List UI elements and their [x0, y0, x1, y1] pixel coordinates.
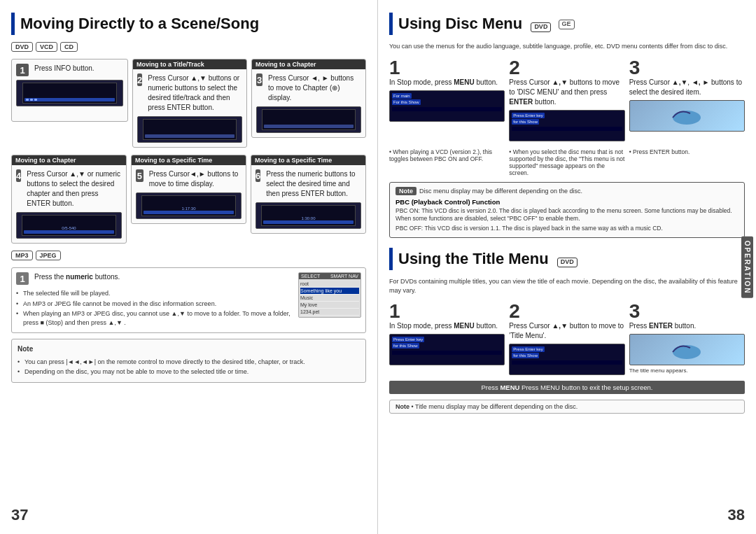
mp3-text-area: 1 Press the numeric buttons. The selecte…: [16, 272, 293, 328]
disc-step2-img: Press Enter key for this Show: [509, 110, 624, 141]
step6-header: Moving to a Specific Time: [251, 155, 365, 165]
right-dvd-badge: DVD: [531, 22, 551, 32]
title-step1-text: In Stop mode, press MENU button.: [389, 321, 505, 331]
disc-step3-text: Press Cursor ▲,▼, ◄, ► buttons to select…: [629, 78, 745, 97]
mp3-box: 1 Press the numeric buttons. The selecte…: [11, 267, 366, 333]
disc-step1-text: In Stop mode, press MENU button.: [389, 78, 505, 87]
pbc-on-text: PBC ON: This VCD disc is version 2.0. Th…: [396, 207, 738, 224]
note-label-bottom: Note: [396, 403, 410, 410]
title-menu-dvd-badge: DVD: [557, 258, 578, 267]
disc-step2-note-text: When playing a VCD (version 2.), this to…: [389, 148, 492, 162]
step5-area: Moving to a Specific Time 5 Press Cursor…: [131, 155, 246, 244]
disc-step3-img: [629, 100, 745, 132]
left-title-section: Moving Directly to a Scene/Song: [11, 13, 366, 35]
disc-step-num-2: 2: [509, 58, 624, 78]
disc-step-num-3: 3: [629, 58, 745, 78]
step4-text: Press Cursor ▲,▼ or numeric buttons to s…: [27, 169, 122, 209]
title-menu-steps: 1 In Stop mode, press MENU button. Press…: [389, 302, 745, 375]
title-menu-bar: [389, 248, 393, 270]
title-step3-note: The title menu appears.: [629, 367, 745, 374]
title-step-1: 1 In Stop mode, press MENU button. Press…: [389, 302, 505, 375]
title-step2-img: Press Enter key for this Show: [509, 344, 624, 375]
moving-chapter-upper-area: Moving to a Chapter 3 Press Cursor ◄, ► …: [251, 59, 366, 148]
step2-text: Press Cursor ▲,▼ buttons or numeric butt…: [148, 73, 242, 113]
step-num-3: 3: [256, 73, 262, 86]
page-number-right: 38: [728, 506, 745, 524]
disc-step1-img: For main For this Show: [389, 90, 505, 122]
mp3-img-footer: ▶PLAY ■STOP: [299, 317, 360, 318]
right-page-title: Using Disc Menu DVD GE: [398, 15, 575, 32]
title-step-num-3: 3: [629, 302, 745, 321]
step4-header: Moving to a Chapter: [12, 155, 126, 165]
note-disc-display: Disc menu display may be different depen…: [419, 188, 582, 195]
press-menu-text: Press MENU button to exit the setup scre…: [522, 384, 652, 391]
screen-thumb-2: [137, 116, 242, 143]
step1-area: 1 Press INFO button.: [11, 59, 128, 148]
note-label: Note: [18, 345, 33, 353]
title-step-num-1: 1: [389, 302, 505, 321]
right-page: Using Disc Menu DVD GE You can use the m…: [378, 0, 756, 534]
step5-header: Moving to a Specific Time: [132, 155, 246, 165]
step5-text: Press Cursor◄,► buttons to move to time …: [149, 169, 241, 189]
mp3-bullet-2: An MP3 or JPEG file cannot be moved in t…: [16, 300, 293, 309]
step6-text: Press the numeric buttons to select the …: [266, 169, 361, 199]
title-step-3: 3 Press ENTER button. The title menu app…: [629, 302, 745, 375]
disc-step-notes: • When playing a VCD (version 2.), this …: [389, 148, 745, 176]
lower-steps-grid: Moving to a Chapter 4 Press Cursor ▲,▼ o…: [11, 155, 366, 244]
screen-thumb-1: [16, 80, 123, 106]
title-step-num-2: 2: [509, 302, 624, 321]
screen-thumb-5: 1:17:30: [136, 192, 241, 219]
note-bullets: You can press |◄◄,◄►| on the remote cont…: [18, 358, 360, 377]
mp3-device-image: SELECTSMART NAV root Something like you …: [298, 272, 361, 318]
note-bullet-2: Depending on the disc, you may not be ab…: [18, 367, 360, 377]
mp3-bullet-3: When playing an MP3 or JPEG disc, you ca…: [16, 309, 293, 327]
right-intro-text: You can use the menus for the audio lang…: [389, 42, 745, 51]
note-badge: Note: [396, 187, 416, 195]
step3-text: Press Cursor ◄, ► buttons to move to Cha…: [268, 73, 361, 103]
press-menu-bar: Press MENU Press MENU button to exit the…: [389, 381, 745, 394]
operation-label: OPERATION: [741, 236, 753, 298]
disc-step-num-1: 1: [389, 58, 505, 78]
screen-thumb-6: 1:30:00: [255, 202, 361, 229]
step6-area: Moving to a Specific Time 6 Press the nu…: [251, 155, 366, 244]
mp3-badges: MP3 JPEG: [11, 251, 366, 260]
mp3-bullets: The selected file will be played. An MP3…: [16, 289, 293, 327]
screen-thumb-3: [256, 106, 361, 133]
step-num-4: 4: [16, 169, 21, 182]
vcd-badge: VCD: [36, 42, 57, 52]
left-page-title: Moving Directly to a Scene/Song: [20, 15, 259, 32]
title-menu-title-section: Using the Title Menu DVD: [389, 248, 745, 270]
title-bar-decoration: [11, 13, 15, 35]
disc-step2-note: • When playing a VCD (version 2.), this …: [389, 148, 505, 176]
moving-title-track-area: Moving to a Title/Track 2 Press Cursor ▲…: [132, 59, 247, 148]
mp3-step-text: Press the numeric buttons.: [34, 272, 120, 282]
mp3-step-num: 1: [16, 272, 29, 285]
title-step3-img: [629, 334, 745, 365]
disc-step-1: 1 In Stop mode, press MENU button. For m…: [389, 58, 505, 141]
disc-step-2: 2 Press Cursor ▲,▼ buttons to move to 'D…: [509, 58, 624, 141]
disc-step2-text: Press Cursor ▲,▼ buttons to move to 'DIS…: [509, 78, 624, 107]
title-menu-section: Using the Title Menu DVD For DVDs contai…: [389, 248, 745, 414]
step-num-6: 6: [255, 169, 260, 182]
dvd-badge: DVD: [11, 42, 33, 52]
mp3-badge: MP3: [11, 251, 33, 260]
mp3-section: MP3 JPEG 1 Press the numeric buttons. Th…: [11, 251, 366, 383]
ge-badge: GE: [559, 20, 575, 29]
note-bullet-1: You can press |◄◄,◄►| on the remote cont…: [18, 358, 360, 367]
title-step1-img: Press Enter key for this Show: [389, 334, 505, 365]
step1-text: Press INFO button.: [34, 64, 94, 73]
step-num-2: 2: [137, 73, 142, 86]
disc-step-3: 3 Press Cursor ▲,▼, ◄, ► buttons to sele…: [629, 58, 745, 141]
page-number-left: 37: [11, 506, 28, 524]
disc-step3-note-text: Press ENTER button.: [633, 148, 690, 155]
disc-step2-note2: • When you select the disc menu that is …: [509, 148, 624, 176]
title-menu-intro: For DVDs containing multiple titles, you…: [389, 277, 745, 295]
title-menu-title-text: Using the Title Menu: [398, 250, 549, 267]
step-num-1: 1: [16, 64, 29, 76]
title-menu-heading: Using the Title Menu DVD: [398, 251, 578, 267]
right-title-text: Using Disc Menu: [398, 15, 522, 32]
right-title-bar: [389, 13, 393, 35]
upper-right-steps: Moving to a Title/Track 2 Press Cursor ▲…: [132, 59, 366, 148]
step4-area: Moving to a Chapter 4 Press Cursor ▲,▼ o…: [11, 155, 127, 244]
left-page: Moving Directly to a Scene/Song DVD VCD …: [0, 0, 378, 534]
